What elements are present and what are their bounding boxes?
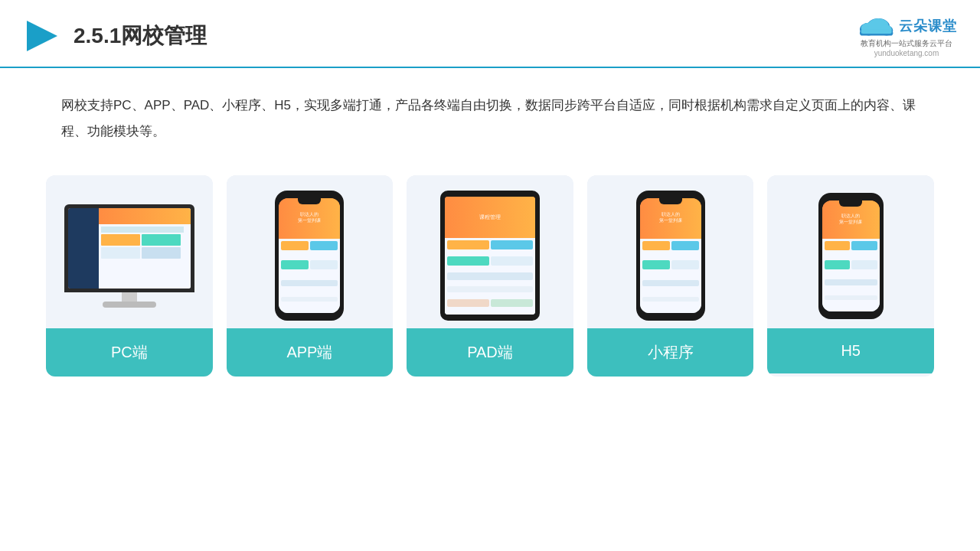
card-pad: 课程管理 — [407, 175, 573, 377]
card-mini-image: 职达人的第一堂判课 — [587, 175, 754, 328]
card-pc: PC端 — [46, 175, 213, 377]
card-app-image: 职达人的第一堂判课 — [227, 175, 394, 328]
card-pc-image — [46, 175, 213, 328]
phone-screen-h5: 职达人的第一堂判课 — [822, 201, 880, 311]
card-mini: 职达人的第一堂判课 小程序 — [587, 175, 754, 377]
card-h5-image: 职达人的第一堂判课 — [767, 175, 934, 328]
logo-domain: yunduoketang.com — [874, 49, 939, 57]
logo-tagline: 教育机构一站式服务云平台 — [861, 38, 952, 49]
card-mini-label: 小程序 — [587, 328, 754, 377]
tablet-mockup: 课程管理 — [440, 191, 540, 321]
phone-notch-mini — [659, 198, 682, 204]
card-app-label: APP端 — [227, 328, 394, 377]
logo-cloud: 云朵课堂 — [856, 14, 957, 38]
phone-mockup-h5: 职达人的第一堂判课 — [818, 193, 884, 319]
card-app: 职达人的第一堂判课 APP端 — [227, 175, 394, 377]
phone-notch-app — [298, 198, 321, 204]
card-pad-image: 课程管理 — [407, 175, 573, 328]
pc-mockup — [64, 204, 194, 308]
logo-area: 云朵课堂 教育机构一站式服务云平台 yunduoketang.com — [856, 14, 957, 57]
header-left: 2.5.1网校管理 — [23, 17, 207, 55]
card-pc-label: PC端 — [46, 328, 213, 377]
card-h5-label: H5 — [767, 328, 934, 373]
phone-notch-h5 — [839, 201, 862, 207]
page-title: 2.5.1网校管理 — [74, 21, 207, 51]
monitor-frame — [64, 204, 194, 292]
card-pad-label: PAD端 — [407, 328, 573, 377]
phone-screen-app: 职达人的第一堂判课 — [279, 198, 340, 313]
phone-mockup-mini: 职达人的第一堂判课 — [636, 191, 705, 321]
logo-text: 云朵课堂 — [899, 17, 957, 35]
description-text: 网校支持PC、APP、PAD、小程序、H5，实现多端打通，产品各终端自由切换，数… — [0, 68, 980, 160]
phone-mockup-app: 职达人的第一堂判课 — [275, 191, 344, 321]
tablet-screen: 课程管理 — [445, 197, 535, 315]
cloud-icon — [856, 14, 894, 38]
phone-screen-mini: 职达人的第一堂判课 — [640, 198, 701, 313]
svg-rect-8 — [861, 29, 892, 34]
card-h5: 职达人的第一堂判课 H5 — [767, 175, 934, 377]
monitor-screen — [68, 208, 191, 289]
play-icon — [23, 17, 61, 55]
svg-marker-0 — [27, 21, 57, 51]
header: 2.5.1网校管理 云朵课堂 教育机构一站式服务云平台 yunduoketang… — [0, 0, 980, 68]
cards-container: PC端 职达人的第一堂判课 — [0, 160, 980, 377]
